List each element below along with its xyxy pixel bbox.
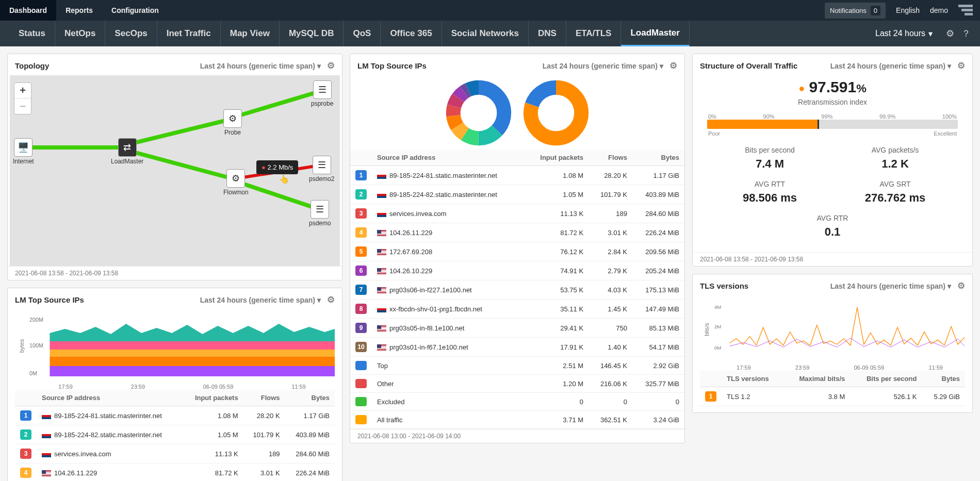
subnav-map-view[interactable]: Map View bbox=[221, 21, 280, 46]
subnav-social-networks[interactable]: Social Networks bbox=[442, 21, 529, 46]
col-bytes[interactable]: Bytes bbox=[632, 150, 684, 166]
tab-reports[interactable]: Reports bbox=[56, 0, 102, 21]
table-row[interactable]: 8 xx-fbcdn-shv-01-prg1.fbcdn.net 35.11 K… bbox=[350, 300, 684, 319]
node-loadmaster[interactable]: ⇄LoadMaster bbox=[111, 138, 143, 165]
widget-title: LM Top Source IPs bbox=[15, 295, 84, 304]
widget-timespan[interactable]: Last 24 hours (generic time span) ▾ bbox=[200, 296, 321, 304]
summary-row[interactable]: Other1.20 M216.06 K325.77 MiB bbox=[350, 375, 684, 393]
table-row[interactable]: 3 services.invea.com 11.13 K189284.60 Mi… bbox=[350, 204, 684, 223]
tab-configuration[interactable]: Configuration bbox=[102, 0, 168, 21]
language-selector[interactable]: English bbox=[896, 6, 920, 14]
rank-badge: 3 bbox=[355, 208, 367, 219]
flag-icon bbox=[377, 306, 386, 312]
stats-grid: Bits per second7.4 M AVG packets/s1.2 K … bbox=[700, 139, 965, 246]
tls-table: TLS versions Maximal bits/s Bits per sec… bbox=[700, 371, 965, 406]
node-probe[interactable]: ⚙Probe bbox=[223, 109, 242, 136]
rank-badge: 1 bbox=[355, 170, 367, 180]
zoom-out-button[interactable]: − bbox=[14, 98, 31, 114]
node-internet[interactable]: 🖥️Internet bbox=[13, 138, 34, 165]
color-swatch bbox=[355, 415, 367, 424]
x-axis-ticks: 17:5923:5906-09 05:5911:59 bbox=[714, 362, 965, 371]
widget-timespan[interactable]: Last 24 hours (generic time span) ▾ bbox=[543, 62, 663, 70]
col-flows[interactable]: Flows bbox=[243, 390, 285, 406]
col-flows[interactable]: Flows bbox=[589, 150, 632, 166]
table-row[interactable]: 1 TLS 1.23.8 M526.1 K5.29 GiB bbox=[700, 387, 965, 406]
table-row[interactable]: 9 prg03s05-in-f8.1e100.net 29.41 K75085.… bbox=[350, 319, 684, 338]
widget-settings-icon[interactable]: ⚙ bbox=[957, 60, 965, 71]
donut-chart-right[interactable] bbox=[520, 79, 592, 146]
help-icon[interactable]: ？ bbox=[961, 27, 971, 40]
col-source-ip[interactable]: Source IP address bbox=[372, 150, 526, 166]
table-row[interactable]: 7 prg03s06-in-f227.1e100.net 53.75 K4.03… bbox=[350, 280, 684, 300]
subnav-dns[interactable]: DNS bbox=[529, 21, 566, 46]
widget-title: Topology bbox=[15, 61, 49, 70]
svg-text:0M: 0M bbox=[714, 345, 721, 351]
summary-row[interactable]: Excluded000 bbox=[350, 393, 684, 411]
subnav-status[interactable]: Status bbox=[9, 21, 55, 46]
subnav-mysql-db[interactable]: MySQL DB bbox=[280, 21, 344, 46]
col-input-packets[interactable]: Input packets bbox=[183, 390, 243, 406]
widget-timespan[interactable]: Last 24 hours (generic time span) ▾ bbox=[200, 62, 321, 70]
widget-timespan[interactable]: Last 24 hours (generic time span) ▾ bbox=[830, 62, 951, 70]
widget-settings-icon[interactable]: ⚙ bbox=[327, 294, 335, 305]
subnav-eta-tls[interactable]: ETA/TLS bbox=[566, 21, 622, 46]
table-row[interactable]: 10 prg03s01-in-f67.1e100.net 17.91 K1.40… bbox=[350, 338, 684, 357]
zoom-controls: + − bbox=[14, 82, 31, 114]
col-source-ip[interactable]: Source IP address bbox=[37, 390, 183, 406]
subnav-office365[interactable]: Office 365 bbox=[381, 21, 442, 46]
time-range-selector[interactable]: Last 24 hours ▾ bbox=[875, 29, 933, 39]
donut-chart-left[interactable] bbox=[443, 79, 515, 146]
time-range-label: Last 24 hours bbox=[875, 29, 925, 38]
table-row[interactable]: 6 104.26.10.229 74.91 K2.79 K205.24 MiB bbox=[350, 261, 684, 280]
table-row[interactable]: 1 89-185-224-81.static.masterinter.net 1… bbox=[15, 406, 335, 425]
subnav-qos[interactable]: QoS bbox=[344, 21, 381, 46]
tab-dashboard[interactable]: Dashboard bbox=[0, 0, 56, 21]
node-psdemo2[interactable]: ☰psdemo2 bbox=[309, 156, 334, 183]
svg-text:100M: 100M bbox=[29, 342, 43, 349]
table-row[interactable]: 5 172.67.69.208 76.12 K2.84 K209.56 MiB bbox=[350, 242, 684, 261]
table-row[interactable]: 3 services.invea.com 11.13 K189284.60 Mi… bbox=[15, 444, 335, 463]
table-row[interactable]: 1 89-185-224-81.static.masterinter.net 1… bbox=[350, 166, 684, 185]
topology-canvas[interactable]: + − 🖥️Internet ⇄LoadMaster ⚙Probe ⚙Flowm… bbox=[10, 75, 340, 266]
widget-title: LM Top Source IPs bbox=[357, 61, 427, 70]
subnav-netops[interactable]: NetOps bbox=[55, 21, 105, 46]
zoom-in-button[interactable]: + bbox=[14, 83, 31, 98]
subnav-secops[interactable]: SecOps bbox=[105, 21, 157, 46]
svg-text:2M: 2M bbox=[714, 324, 721, 329]
summary-row[interactable]: All traffic3.71 M362.51 K3.24 GiB bbox=[350, 411, 684, 429]
table-row[interactable]: 4 104.26.11.229 81.72 K3.01 K226.24 MiB bbox=[15, 463, 335, 482]
stacked-area-chart[interactable]: bytes 200M 100M 0M bbox=[29, 314, 335, 382]
table-row[interactable]: 4 104.26.11.229 81.72 K3.01 K226.24 MiB bbox=[350, 223, 684, 242]
table-row[interactable]: 2 89-185-224-82.static.masterinter.net 1… bbox=[350, 185, 684, 204]
user-menu[interactable]: demo bbox=[930, 6, 948, 14]
table-row[interactable]: 2 89-185-224-82.static.masterinter.net 1… bbox=[15, 425, 335, 444]
rank-badge: 4 bbox=[20, 468, 31, 478]
node-psdemo[interactable]: ☰psdemo bbox=[309, 200, 331, 227]
col-bps[interactable]: Bits per second bbox=[850, 371, 922, 387]
rank-badge: 1 bbox=[705, 391, 716, 402]
node-psprobe[interactable]: ☰psprobe bbox=[311, 80, 333, 107]
widget-settings-icon[interactable]: ⚙ bbox=[327, 60, 335, 71]
svg-rect-1 bbox=[961, 9, 973, 11]
summary-row[interactable]: Top2.51 M146.45 K2.92 GiB bbox=[350, 357, 684, 375]
content-grid: Topology Last 24 hours (generic time spa… bbox=[0, 46, 980, 481]
rank-badge: 4 bbox=[355, 227, 367, 238]
widget-settings-icon[interactable]: ⚙ bbox=[957, 280, 965, 291]
col-bytes[interactable]: Bytes bbox=[922, 371, 965, 387]
widget-footer: 2021-06-08 13:00 - 2021-06-09 14:00 bbox=[350, 429, 684, 443]
subnav-loadmaster[interactable]: LoadMaster bbox=[621, 21, 689, 46]
notifications-button[interactable]: Notifications 0 bbox=[825, 3, 886, 19]
widget-timespan[interactable]: Last 24 hours (generic time span) ▾ bbox=[830, 282, 951, 290]
col-tls-version[interactable]: TLS versions bbox=[722, 371, 783, 387]
tls-line-chart[interactable]: bits/s 4M2M0M bbox=[714, 301, 965, 362]
node-flowmon[interactable]: ⚙Flowmon bbox=[223, 169, 249, 196]
col-input-packets[interactable]: Input packets bbox=[526, 150, 589, 166]
col-bytes[interactable]: Bytes bbox=[285, 390, 335, 406]
subnav-inet-traffic[interactable]: Inet Traffic bbox=[157, 21, 221, 46]
notifications-label: Notifications bbox=[830, 7, 867, 14]
widget-lm-top-source: LM Top Source IPs Last 24 hours (generic… bbox=[350, 54, 685, 443]
svg-rect-0 bbox=[958, 5, 973, 7]
widget-settings-icon[interactable]: ⚙ bbox=[669, 60, 677, 71]
col-max-bps[interactable]: Maximal bits/s bbox=[783, 371, 850, 387]
settings-icon[interactable]: ⚙ bbox=[946, 28, 954, 39]
